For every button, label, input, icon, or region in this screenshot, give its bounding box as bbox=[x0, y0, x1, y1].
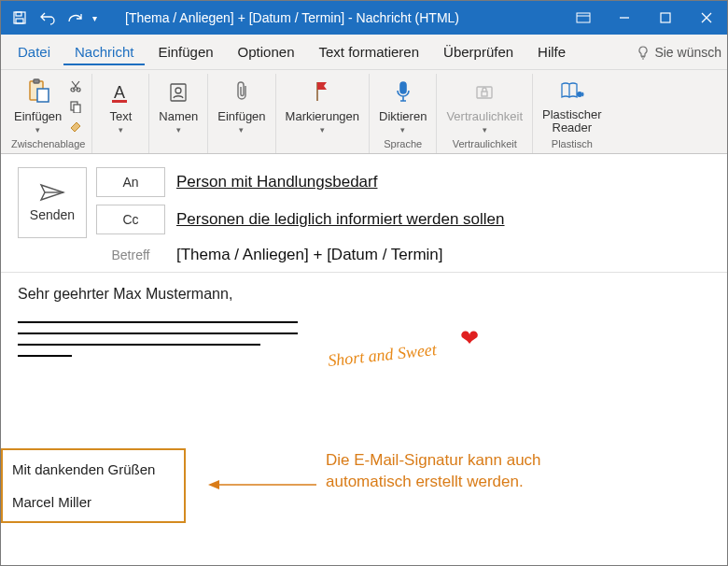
sensitivity-button: Vertraulichkeit ▾ bbox=[442, 79, 526, 136]
svg-point-23 bbox=[577, 92, 582, 97]
annotation-signature: Die E-Mail-Signatur kann auch automatisc… bbox=[326, 450, 559, 493]
chevron-down-icon: ▾ bbox=[483, 125, 487, 134]
menu-bar: Datei Nachricht Einfügen Optionen Text f… bbox=[1, 35, 727, 70]
svg-rect-18 bbox=[171, 84, 186, 101]
chevron-down-icon: ▾ bbox=[119, 125, 123, 134]
ribbon-group-clipboard: Einfügen ▾ Zwischenablage bbox=[5, 74, 92, 153]
redo-icon[interactable] bbox=[63, 5, 89, 31]
cut-icon[interactable] bbox=[65, 77, 86, 95]
tab-hilfe[interactable]: Hilfe bbox=[526, 38, 577, 65]
immersive-reader-button[interactable]: PlastischerReader bbox=[539, 78, 606, 137]
undo-icon[interactable] bbox=[35, 5, 61, 31]
ribbon-display-icon[interactable] bbox=[563, 1, 604, 35]
microphone-icon bbox=[393, 79, 413, 106]
ribbon: Einfügen ▾ Zwischenablage A Text ▾ bbox=[1, 70, 727, 154]
annotation-short-sweet: Short and Sweet bbox=[327, 340, 438, 371]
chevron-down-icon: ▾ bbox=[239, 125, 244, 134]
tab-ueberpruefen[interactable]: Überprüfen bbox=[432, 38, 525, 65]
send-button[interactable]: Senden bbox=[18, 167, 87, 238]
chevron-down-icon: ▾ bbox=[176, 125, 181, 134]
close-button[interactable] bbox=[686, 1, 727, 35]
svg-rect-11 bbox=[37, 89, 49, 102]
insert-button[interactable]: Einfügen ▾ bbox=[214, 78, 269, 136]
chevron-down-icon: ▾ bbox=[35, 125, 40, 134]
svg-point-19 bbox=[175, 88, 181, 93]
paperclip-icon bbox=[232, 79, 251, 106]
lock-tag-icon bbox=[473, 81, 496, 106]
tell-me[interactable]: Sie wünsch bbox=[636, 45, 721, 60]
svg-text:A: A bbox=[114, 83, 125, 102]
format-painter-icon[interactable] bbox=[65, 118, 86, 136]
svg-rect-6 bbox=[661, 13, 670, 22]
ribbon-group-markierungen: Markierungen ▾ bbox=[276, 74, 371, 153]
svg-rect-3 bbox=[577, 13, 590, 22]
cc-field[interactable]: Personen die lediglich informiert werden… bbox=[175, 206, 710, 233]
text-button[interactable]: A Text ▾ bbox=[98, 79, 143, 136]
ribbon-group-plastisch: PlastischerReader Plastisch bbox=[533, 74, 611, 153]
address-book-icon bbox=[167, 81, 189, 106]
svg-rect-10 bbox=[34, 79, 39, 83]
tab-text-formatieren[interactable]: Text formatieren bbox=[308, 38, 431, 65]
tab-einfuegen[interactable]: Einfügen bbox=[147, 38, 224, 65]
mail-body[interactable]: Sehr geehrter Max Mustermann, Short and … bbox=[1, 273, 727, 379]
font-icon: A bbox=[108, 81, 133, 106]
book-speaker-icon bbox=[559, 79, 585, 105]
tab-nachricht[interactable]: Nachricht bbox=[63, 38, 145, 65]
cc-button[interactable]: Cc bbox=[96, 205, 165, 234]
ribbon-group-vertraulichkeit: Vertraulichkeit ▾ Vertraulichkeit bbox=[437, 74, 533, 153]
signature-box: Mit dankenden Grüßen Marcel Miller bbox=[1, 448, 186, 523]
heart-icon: ❤ bbox=[460, 325, 479, 351]
maximize-button[interactable] bbox=[645, 1, 686, 35]
to-button[interactable]: An bbox=[96, 167, 165, 197]
signature-name: Marcel Miller bbox=[12, 494, 175, 510]
paste-button[interactable]: Einfügen ▾ bbox=[10, 76, 65, 136]
to-field[interactable]: Person mit Handlungsbedarf bbox=[175, 169, 710, 195]
names-button[interactable]: Namen ▾ bbox=[155, 79, 202, 136]
svg-rect-20 bbox=[400, 82, 406, 93]
flag-icon bbox=[312, 79, 332, 106]
minimize-button[interactable] bbox=[604, 1, 645, 35]
copy-icon[interactable] bbox=[65, 97, 86, 116]
tab-datei[interactable]: Datei bbox=[7, 38, 62, 65]
subject-label: Betreff bbox=[96, 248, 165, 262]
save-icon[interactable] bbox=[7, 5, 33, 31]
lightbulb-icon bbox=[636, 45, 651, 60]
svg-marker-26 bbox=[208, 480, 219, 489]
ribbon-group-sprache: Diktieren ▾ Sprache bbox=[370, 74, 437, 153]
signature-greeting: Mit dankenden Grüßen bbox=[12, 461, 175, 477]
window-title: [Thema / Anliegen] + [Datum / Termin] - … bbox=[125, 10, 459, 25]
send-icon bbox=[39, 183, 65, 202]
body-placeholder-lines bbox=[18, 321, 298, 357]
svg-rect-22 bbox=[482, 92, 487, 96]
ribbon-group-text: A Text ▾ bbox=[92, 74, 149, 153]
svg-rect-15 bbox=[74, 105, 80, 113]
greeting-text: Sehr geehrter Max Mustermann, bbox=[18, 286, 710, 303]
compose-header: Senden An Person mit Handlungsbedarf Cc … bbox=[1, 154, 727, 273]
tab-optionen[interactable]: Optionen bbox=[227, 38, 306, 65]
svg-rect-1 bbox=[16, 12, 21, 16]
qat-customize-icon[interactable]: ▾ bbox=[92, 13, 97, 23]
ribbon-group-einfuegen: Einfügen ▾ bbox=[208, 74, 275, 153]
tags-button[interactable]: Markierungen ▾ bbox=[282, 78, 364, 136]
svg-rect-2 bbox=[16, 19, 23, 23]
arrow-icon bbox=[206, 474, 318, 502]
ribbon-group-namen: Namen ▾ bbox=[149, 74, 208, 153]
clipboard-icon bbox=[26, 78, 50, 106]
chevron-down-icon: ▾ bbox=[400, 125, 405, 134]
chevron-down-icon: ▾ bbox=[320, 125, 325, 134]
svg-rect-17 bbox=[112, 100, 127, 103]
subject-field[interactable]: [Thema / Anliegen] + [Datum / Termin] bbox=[175, 242, 710, 268]
dictate-button[interactable]: Diktieren ▾ bbox=[375, 78, 430, 136]
title-bar: ▾ [Thema / Anliegen] + [Datum / Termin] … bbox=[1, 1, 727, 35]
